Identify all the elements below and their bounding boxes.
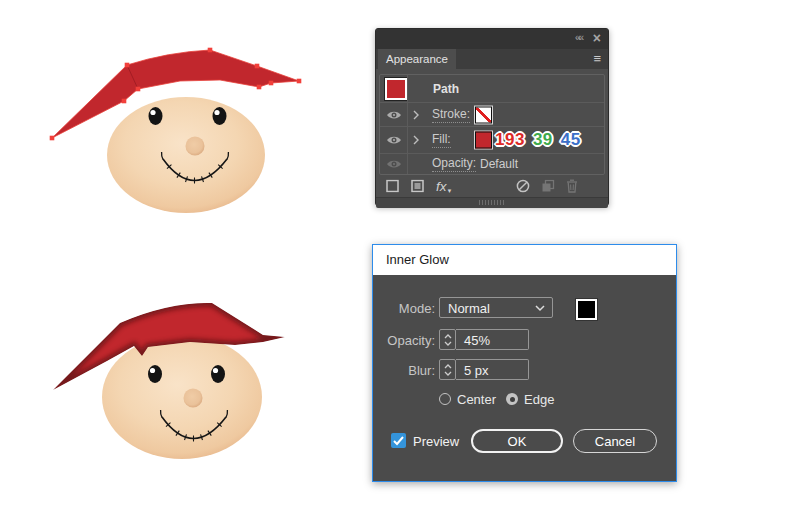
edge-radio-label[interactable]: Edge — [524, 392, 554, 407]
glow-position-radios: Center Edge — [439, 390, 554, 408]
inner-glow-dialog: Inner Glow Mode: Normal Opacity: 45% — [372, 244, 677, 482]
expand-chevron-icon[interactable] — [413, 110, 419, 120]
blur-input-value: 5 px — [464, 362, 489, 377]
cancel-button[interactable]: Cancel — [573, 429, 657, 453]
fill-color-swatch[interactable] — [475, 132, 492, 149]
panel-menu-icon[interactable]: ≡ — [593, 51, 601, 66]
visibility-eye-icon-dimmed[interactable] — [386, 159, 402, 170]
panel-topbar: «« × — [376, 29, 608, 49]
panel-resize-bar — [376, 197, 608, 208]
rgb-blue-value: 45 — [561, 130, 581, 150]
rgb-green-value: 39 — [533, 130, 553, 150]
opacity-input-value: 45% — [464, 332, 490, 347]
path-thumbnail — [385, 78, 407, 100]
panel-resize-grip[interactable] — [479, 200, 505, 205]
center-radio-label[interactable]: Center — [457, 392, 496, 407]
face-artwork-selected[interactable] — [30, 30, 310, 230]
mode-label: Mode: — [373, 301, 435, 316]
ok-button[interactable]: OK — [471, 429, 563, 453]
mode-row: Mode: Normal — [373, 297, 676, 319]
appearance-list: Path Stroke: — [379, 74, 605, 175]
blur-label: Blur: — [373, 363, 435, 378]
appearance-row-fill[interactable]: Fill: 193 39 45 — [380, 126, 604, 153]
stroke-none-swatch[interactable] — [475, 106, 492, 123]
close-icon[interactable]: × — [593, 30, 601, 46]
appearance-row-stroke[interactable]: Stroke: — [380, 102, 604, 126]
face-artwork-result[interactable] — [30, 290, 310, 490]
opacity-value: Default — [480, 157, 518, 171]
dialog-footer: Preview OK Cancel — [373, 429, 676, 453]
dialog-title-bar[interactable]: Inner Glow — [373, 245, 676, 275]
opacity-input[interactable]: 45% — [456, 329, 529, 350]
dialog-title: Inner Glow — [386, 245, 449, 275]
delete-trash-icon[interactable] — [566, 179, 578, 193]
blur-row: Blur: 5 px — [373, 359, 676, 381]
add-new-stroke-icon[interactable] — [386, 180, 399, 193]
add-new-effect-fx-button[interactable]: fx▼ — [436, 177, 452, 195]
opacity-row: Opacity: 45% — [373, 329, 676, 351]
panel-tab-bar: Appearance ≡ — [376, 49, 608, 69]
opacity-stepper[interactable] — [439, 329, 456, 350]
edge-radio[interactable] — [506, 393, 518, 405]
tab-appearance[interactable]: Appearance — [378, 49, 456, 69]
path-label: Path — [433, 82, 459, 96]
blur-input[interactable]: 5 px — [456, 359, 529, 380]
opacity-label: Opacity: — [373, 333, 435, 348]
stepper-down-icon[interactable] — [444, 371, 452, 376]
stepper-up-icon[interactable] — [444, 334, 452, 339]
preview-label[interactable]: Preview — [413, 434, 459, 449]
dropdown-chevron-icon — [535, 305, 545, 312]
expand-chevron-icon[interactable] — [413, 135, 419, 145]
mode-dropdown[interactable]: Normal — [439, 297, 553, 318]
stroke-link[interactable]: Stroke: — [432, 107, 470, 123]
rgb-value-badges: 193 39 45 — [495, 130, 581, 150]
appearance-row-opacity[interactable]: Opacity: Default — [380, 153, 604, 174]
illustrator-canvas: «« × Appearance ≡ Path Stroke: — [0, 0, 800, 510]
duplicate-item-icon[interactable] — [541, 180, 555, 193]
preview-checkbox[interactable] — [391, 433, 406, 448]
nose — [186, 137, 205, 156]
stepper-down-icon[interactable] — [444, 341, 452, 346]
appearance-row-path[interactable]: Path — [380, 75, 604, 102]
glow-color-swatch[interactable] — [576, 299, 597, 320]
fill-link[interactable]: Fill: — [432, 132, 451, 148]
add-new-fill-icon[interactable] — [411, 180, 424, 193]
center-radio[interactable] — [439, 393, 451, 405]
panel-footer: fx▼ — [376, 175, 608, 197]
face-shape[interactable] — [102, 335, 262, 459]
face-shape[interactable] — [107, 97, 265, 213]
visibility-eye-icon[interactable] — [386, 109, 402, 120]
collapse-to-icons-icon[interactable]: «« — [575, 32, 582, 43]
checkmark-icon — [391, 433, 406, 448]
stepper-up-icon[interactable] — [444, 364, 452, 369]
appearance-panel: «« × Appearance ≡ Path Stroke: — [375, 28, 609, 206]
rgb-red-value: 193 — [495, 130, 525, 150]
nose — [184, 389, 203, 408]
clear-appearance-icon[interactable] — [516, 179, 530, 193]
blur-stepper[interactable] — [439, 359, 456, 380]
opacity-link[interactable]: Opacity: — [432, 156, 476, 172]
mode-selected-value: Normal — [448, 300, 490, 315]
visibility-eye-icon[interactable] — [386, 135, 402, 146]
